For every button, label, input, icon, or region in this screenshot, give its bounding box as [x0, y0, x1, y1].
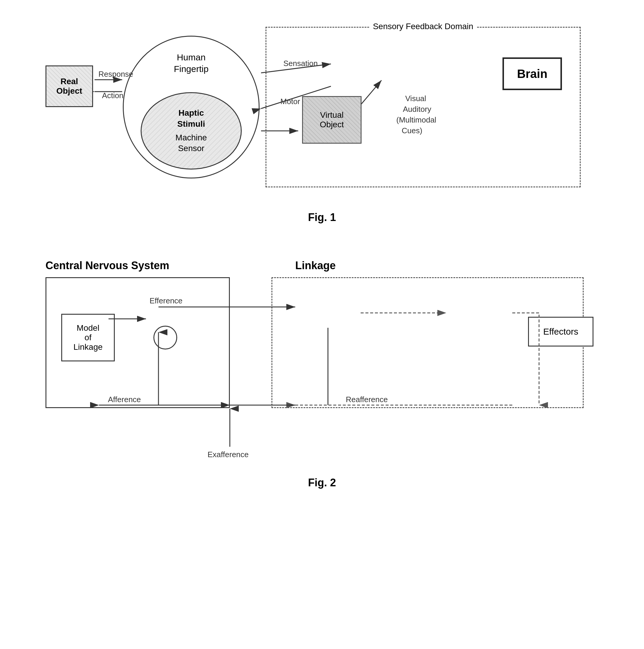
exafference-text: Exafference: [208, 450, 248, 459]
fig1-diagram: Response Action Sensation Motor Control …: [40, 18, 604, 202]
svg-text:Action: Action: [102, 91, 123, 100]
brain-label: Brain: [517, 67, 547, 81]
haptic-stimuli-label: Haptic Stimuli: [177, 108, 205, 129]
sensory-domain-box: Sensory Feedback Domain Brain Virtual Ob…: [266, 27, 581, 187]
fig2-caption: Fig. 2: [40, 476, 604, 489]
fig2-container: Central Nervous System Linkage Model of …: [40, 259, 604, 489]
effectors-box: Effectors: [528, 317, 593, 347]
virtual-object-label: Virtual Object: [320, 110, 344, 129]
real-object-box: Real Object: [45, 66, 93, 107]
sensory-domain-label: Sensory Feedback Domain: [370, 22, 476, 31]
real-object-label: Real Object: [56, 77, 82, 96]
machine-sensor-label: Machine Sensor: [175, 132, 207, 154]
linkage-label: Linkage: [295, 259, 336, 272]
brain-box: Brain: [503, 57, 562, 90]
inner-ellipse: Haptic Stimuli Machine Sensor: [141, 92, 242, 170]
linkage-dashed-box: Effectors Implement: [271, 277, 584, 408]
fig2-diagram: Central Nervous System Linkage Model of …: [40, 259, 604, 468]
fig1-container: Response Action Sensation Motor Control …: [40, 18, 604, 224]
cns-outer-box: Model of Linkage: [45, 277, 230, 408]
model-linkage-box: Model of Linkage: [61, 314, 115, 361]
cns-label: Central Nervous System: [45, 259, 169, 272]
virtual-object-box: Virtual Object: [302, 96, 362, 144]
human-fingertip-label: Human Fingertip: [174, 51, 209, 75]
fig1-caption: Fig. 1: [40, 211, 604, 224]
ellipses-area: Human Fingertip Haptic Stimuli Machine S…: [123, 36, 266, 181]
model-linkage-label: Model of Linkage: [74, 323, 102, 352]
circle-comparator: [153, 326, 177, 349]
effectors-label: Effectors: [543, 327, 578, 337]
